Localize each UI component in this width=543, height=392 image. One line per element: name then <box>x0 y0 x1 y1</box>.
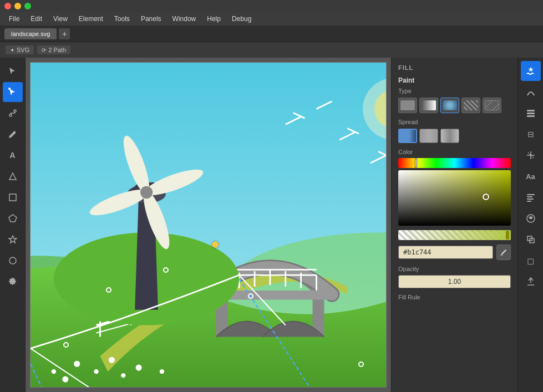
svg-point-46 <box>62 376 68 383</box>
opacity-label: Opacity <box>398 266 511 272</box>
fill-panel: FILL Paint Type Spre <box>391 58 517 392</box>
tool-bezier[interactable] <box>3 103 23 123</box>
fill-panel-title: FILL <box>398 64 511 71</box>
menu-view[interactable]: View <box>49 14 72 24</box>
svg-rect-52 <box>527 110 535 111</box>
menu-debug[interactable]: Debug <box>227 14 256 24</box>
type-none-button[interactable] <box>483 98 501 113</box>
menu-window[interactable]: Window <box>168 14 201 24</box>
opacity-input[interactable] <box>398 275 511 288</box>
svg-rect-61 <box>527 201 531 202</box>
minimize-button[interactable] <box>14 3 21 9</box>
svg-rect-53 <box>527 113 535 114</box>
svg-point-1 <box>9 114 12 116</box>
svg-point-2 <box>14 110 16 112</box>
color-label: Color <box>398 149 511 155</box>
hex-color-input[interactable] <box>398 246 493 259</box>
path-icon: ⟳ <box>42 47 46 53</box>
fill-rule-label: Fill Rule <box>398 294 511 301</box>
svg-point-40 <box>94 369 98 374</box>
rtool-mask[interactable] <box>521 208 541 228</box>
breadcrumb: ✦ SVG ⟳ 2 Path <box>0 42 543 58</box>
spread-row <box>398 129 511 143</box>
menu-help[interactable]: Help <box>202 14 225 24</box>
type-linear-button[interactable] <box>419 98 438 113</box>
menubar: File Edit View Element Tools Panels Wind… <box>0 12 543 26</box>
menu-tools[interactable]: Tools <box>110 14 134 24</box>
spectrum-bar[interactable] <box>398 158 511 168</box>
type-label: Type <box>398 88 511 94</box>
breadcrumb-path-label: 2 Path <box>48 47 66 53</box>
svg-rect-60 <box>527 198 534 200</box>
add-tab-button[interactable]: + <box>59 28 70 39</box>
tool-select[interactable] <box>3 61 23 81</box>
type-pattern-button[interactable] <box>461 98 480 113</box>
maximize-button[interactable] <box>24 3 31 9</box>
spread-pad-button[interactable] <box>398 129 417 143</box>
rtool-list[interactable] <box>521 187 541 207</box>
breadcrumb-svg[interactable]: ✦ SVG <box>6 45 34 54</box>
tool-pencil[interactable] <box>3 124 23 144</box>
svg-point-0 <box>8 88 11 90</box>
tabbar: landscape.svg + <box>0 26 543 42</box>
canvas-area[interactable] <box>26 58 391 392</box>
titlebar <box>0 0 543 12</box>
spread-reflect-button[interactable] <box>419 129 438 143</box>
rtool-path-ops[interactable] <box>521 230 541 250</box>
rtool-stroke[interactable] <box>521 82 541 102</box>
tool-gear[interactable] <box>3 272 23 292</box>
spread-label: Spread <box>398 119 511 125</box>
tool-triangle[interactable] <box>3 166 23 186</box>
rtool-export[interactable] <box>521 272 541 292</box>
tool-text[interactable]: A <box>3 145 23 165</box>
spread-repeat-button[interactable] <box>440 129 459 143</box>
close-button[interactable] <box>4 3 11 9</box>
menu-file[interactable]: File <box>4 14 24 24</box>
tool-rect[interactable] <box>3 187 23 207</box>
svg-point-41 <box>109 357 115 363</box>
main-layout: A <box>0 58 543 392</box>
paint-label: Paint <box>398 77 511 84</box>
eyedropper-button[interactable] <box>496 245 511 260</box>
svg-marker-5 <box>9 215 17 222</box>
tool-node-select[interactable] <box>3 82 23 102</box>
right-toolbar: ⊟ Aa ◻ <box>517 58 543 392</box>
tool-ellipse[interactable] <box>3 251 23 271</box>
tool-pentagon[interactable] <box>3 208 23 228</box>
breadcrumb-path[interactable]: ⟳ 2 Path <box>37 45 70 54</box>
color-gradient-box[interactable] <box>398 170 511 226</box>
star-icon: ✦ <box>10 47 14 53</box>
left-toolbar: A <box>0 58 26 392</box>
svg-point-7 <box>9 257 16 264</box>
canvas-wrapper <box>30 62 387 388</box>
rtool-fill[interactable] <box>521 61 541 81</box>
illustration <box>31 63 386 387</box>
svg-point-39 <box>74 361 80 367</box>
svg-rect-58 <box>527 194 535 195</box>
breadcrumb-svg-label: SVG <box>17 47 29 53</box>
paint-type-row <box>398 98 511 113</box>
type-radial-button[interactable] <box>440 98 459 113</box>
rtool-align[interactable]: ⊟ <box>521 124 541 144</box>
menu-element[interactable]: Element <box>74 14 108 24</box>
tab-landscape[interactable]: landscape.svg <box>4 28 57 39</box>
svg-marker-3 <box>9 173 16 180</box>
svg-marker-6 <box>9 236 17 243</box>
svg-rect-54 <box>527 115 535 117</box>
transparency-bar[interactable] <box>398 230 511 240</box>
rtool-transform[interactable] <box>521 145 541 165</box>
svg-point-44 <box>160 369 164 374</box>
menu-panels[interactable]: Panels <box>136 14 166 24</box>
svg-point-43 <box>136 365 142 371</box>
svg-point-45 <box>52 369 56 374</box>
svg-rect-59 <box>527 196 532 197</box>
rtool-text[interactable]: Aa <box>521 166 541 186</box>
tab-label: landscape.svg <box>11 30 50 37</box>
svg-rect-4 <box>9 194 16 201</box>
svg-point-42 <box>121 373 125 378</box>
type-solid-button[interactable] <box>398 98 417 113</box>
rtool-layers[interactable] <box>521 103 541 123</box>
rtool-boolean[interactable]: ◻ <box>521 251 541 271</box>
menu-edit[interactable]: Edit <box>26 14 47 24</box>
tool-star[interactable] <box>3 230 23 250</box>
